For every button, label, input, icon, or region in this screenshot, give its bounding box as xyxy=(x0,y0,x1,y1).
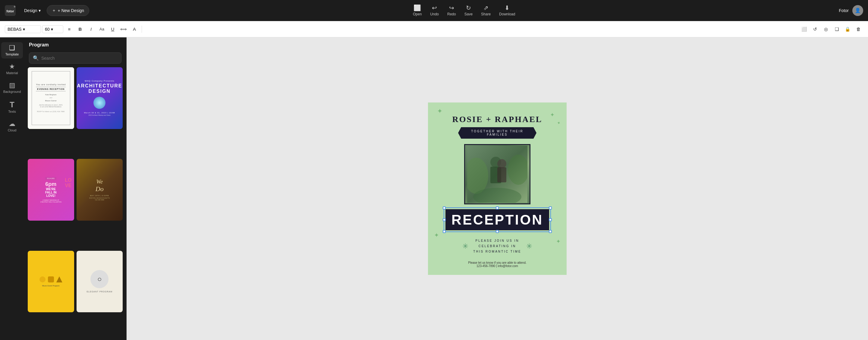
sidebar-item-material[interactable]: ★ Material xyxy=(1,61,23,77)
copy-style-button[interactable]: ⬜ xyxy=(799,24,809,34)
chevron-down-icon: ▾ xyxy=(38,8,41,13)
search-input[interactable] xyxy=(41,56,118,61)
download-tool[interactable]: ⬇ Download xyxy=(499,5,515,16)
font-selector[interactable]: BEBAS ▾ xyxy=(5,25,41,33)
save-tool[interactable]: ↻ Save xyxy=(464,5,472,16)
sidebar-item-background[interactable]: ▨ Background xyxy=(1,80,23,96)
contact-line2: 123-456-7890 | info@fotor.com xyxy=(468,264,526,268)
handle-bm[interactable] xyxy=(496,230,499,233)
save-icon: ↻ xyxy=(466,5,471,11)
handle-br[interactable] xyxy=(549,230,552,233)
together-text: TOGETHER WITH THEIR FAMILIES xyxy=(471,130,523,136)
search-box[interactable]: 🔍 xyxy=(29,53,121,64)
templates-grid: You are cordially invited EVENING RECEPT… xyxy=(24,67,126,340)
template-card-5[interactable]: Music Event Program xyxy=(28,251,74,313)
template-card-1[interactable]: You are cordially invited EVENING RECEPT… xyxy=(28,67,74,129)
handle-tr[interactable] xyxy=(549,207,552,210)
font-size-selector[interactable]: 60 ▾ xyxy=(42,25,63,33)
asterisk-left: ✳ xyxy=(462,242,468,250)
join-line1: PLEASE JOIN US IN xyxy=(473,238,521,244)
background-icon: ▨ xyxy=(9,82,16,89)
star-deco-tl: ✦ xyxy=(437,107,442,115)
sidebar-texts-label: Texts xyxy=(8,110,16,113)
texts-icon: T xyxy=(10,101,14,109)
undo-label: Undo xyxy=(430,12,439,16)
sidebar-background-label: Background xyxy=(3,90,21,93)
cloud-icon: ☁ xyxy=(9,121,16,127)
underline-button[interactable]: U xyxy=(108,24,118,34)
sidebar-cloud-label: Cloud xyxy=(8,128,17,132)
new-design-button[interactable]: ＋ + New Design xyxy=(47,5,90,16)
handle-bl[interactable] xyxy=(443,230,446,233)
svg-rect-7 xyxy=(497,167,506,182)
asterisk-right: ✳ xyxy=(526,242,532,250)
font-size-aa-button[interactable]: Aa xyxy=(97,24,107,34)
canvas-area: ✦ ✦ ✦ ROSIE + RAPHAEL TOGETHER WITH THEI… xyxy=(127,37,868,340)
undo-icon: ↩ xyxy=(432,5,437,11)
share-label: Share xyxy=(481,12,491,16)
open-label: Open xyxy=(413,12,422,16)
format-right: ⬜ ↺ ◎ ❑ 🔒 🗑 xyxy=(799,24,863,34)
template-card-6[interactable]: ○ ELEGANT PROGRAM xyxy=(76,251,123,313)
share-icon: ⇗ xyxy=(484,5,489,11)
fotor-logo-icon: fotor ® xyxy=(5,5,16,16)
photo-frame xyxy=(464,144,530,204)
size-chevron-icon: ▾ xyxy=(51,27,53,32)
bold-button[interactable]: B xyxy=(75,24,85,34)
join-us-text: PLEASE JOIN US IN CELEBRATING IN THIS RO… xyxy=(473,238,521,254)
template-icon: ❑ xyxy=(9,44,15,51)
template-card-3[interactable]: 02.14.2021 6pm WE'REFALL INLOVE! LOVE A … xyxy=(28,159,74,221)
join-line2: CELEBRATING IN xyxy=(473,244,521,249)
undo-tool[interactable]: ↩ Undo xyxy=(430,5,439,16)
join-line3: THIS ROMANTIC TIME xyxy=(473,249,521,254)
couple-photo-svg xyxy=(467,146,527,203)
together-banner: TOGETHER WITH THEIR FAMILIES xyxy=(458,127,536,138)
contact-line1: Please let us know if you are able to at… xyxy=(468,261,526,264)
sidebar-icons: ❑ Template ★ Material ▨ Background T Tex… xyxy=(0,37,24,340)
share-tool[interactable]: ⇗ Share xyxy=(481,5,491,16)
redo-label: Redo xyxy=(447,12,456,16)
avatar[interactable]: 👤 xyxy=(852,5,863,16)
sidebar-item-template[interactable]: ❑ Template xyxy=(1,42,23,59)
sidebar-template-label: Template xyxy=(5,53,19,56)
open-tool[interactable]: ⬜ Open xyxy=(413,5,422,16)
star-deco-bl: ✦ xyxy=(434,231,439,239)
download-label: Download xyxy=(499,12,515,16)
reception-element[interactable]: RECEPTION xyxy=(445,209,549,230)
design-canvas: ✦ ✦ ✦ ROSIE + RAPHAEL TOGETHER WITH THEI… xyxy=(428,102,567,275)
photo-placeholder xyxy=(465,145,530,204)
font-size: 60 xyxy=(45,27,50,32)
crop-button[interactable]: ◎ xyxy=(821,24,831,34)
format-divider xyxy=(142,26,142,33)
contact-text: Please let us know if you are able to at… xyxy=(468,261,526,268)
rotate-button[interactable]: ↺ xyxy=(810,24,820,34)
spacing-button[interactable]: ⟺ xyxy=(119,24,128,34)
italic-button[interactable]: I xyxy=(86,24,96,34)
layers-button[interactable]: ❑ xyxy=(832,24,841,34)
template-card-4[interactable]: We Do MAY 29TH | 6:00PM BOSTON, MASSACHU… xyxy=(76,159,123,221)
star-deco-tr: ✦ xyxy=(550,112,555,118)
couple-name: ROSIE + RAPHAEL xyxy=(453,115,542,124)
sidebar-item-texts[interactable]: T Texts xyxy=(1,98,23,116)
sidebar-item-cloud[interactable]: ☁ Cloud xyxy=(1,118,23,134)
design-label: Design xyxy=(24,8,37,13)
open-icon: ⬜ xyxy=(413,5,421,11)
svg-point-6 xyxy=(497,159,506,168)
font-case-button[interactable]: A xyxy=(130,24,139,34)
handle-mr[interactable] xyxy=(549,218,552,221)
delete-button[interactable]: 🗑 xyxy=(854,24,863,34)
star-deco-tr2: ✦ xyxy=(556,120,561,126)
design-menu[interactable]: Design ▾ xyxy=(22,7,43,14)
center-tools: ⬜ Open ↩ Undo ↪ Redo ↻ Save ⇗ Share ⬇ Do… xyxy=(93,5,835,16)
download-icon: ⬇ xyxy=(504,5,510,11)
save-label: Save xyxy=(464,12,472,16)
sidebar-material-label: Material xyxy=(6,71,18,75)
plus-icon: ＋ xyxy=(52,8,56,13)
main-content: ❑ Template ★ Material ▨ Background T Tex… xyxy=(0,37,868,340)
align-button[interactable]: ≡ xyxy=(64,24,74,34)
redo-tool[interactable]: ↪ Redo xyxy=(447,5,456,16)
template-card-2[interactable]: WHQ Company Presents ARCHITECTUREDESIGN … xyxy=(76,67,123,129)
search-icon: 🔍 xyxy=(33,55,39,61)
lock-button[interactable]: 🔒 xyxy=(843,24,852,34)
material-icon: ★ xyxy=(9,63,15,70)
